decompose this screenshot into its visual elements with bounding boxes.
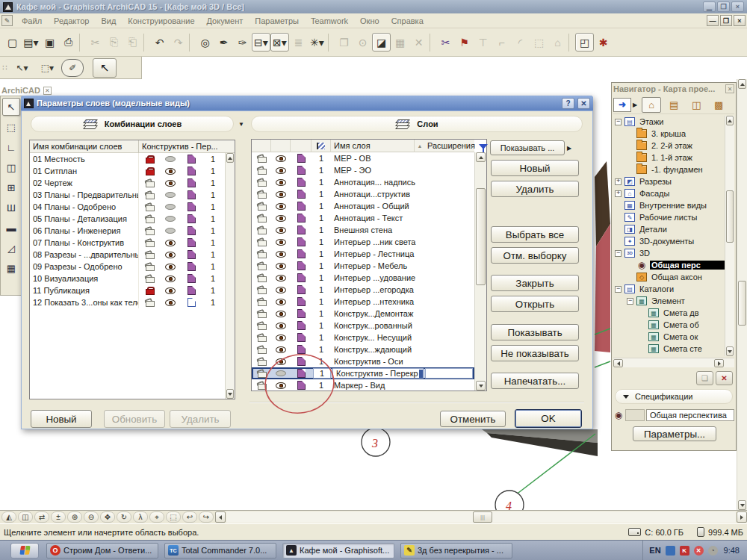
separator[interactable] — [143, 34, 149, 52]
new-viewpoint-icon[interactable]: ❏ — [696, 371, 713, 385]
layer-name[interactable]: Аннотация - Текст — [331, 214, 427, 223]
tree-item[interactable]: -1. фундамен — [613, 164, 725, 175]
lock-icon[interactable] — [258, 250, 266, 258]
layer-row[interactable]: 1 Аннотаци...структив — [252, 188, 474, 200]
layer-name[interactable]: Аннотаци...структив — [331, 190, 427, 199]
layer-row[interactable]: 1 МЕР - ЭО — [252, 164, 474, 176]
tree-expander-icon[interactable] — [627, 298, 633, 305]
fillet-icon[interactable]: ◜ — [511, 33, 530, 52]
tree-item[interactable]: Фасады — [613, 187, 725, 199]
language-indicator[interactable]: EN — [649, 546, 660, 555]
lock-icon[interactable] — [258, 178, 266, 187]
layer-row[interactable]: 1 МЕР - ОВ — [252, 152, 474, 164]
tree-expander-icon[interactable] — [615, 178, 622, 185]
eye-icon[interactable] — [276, 370, 286, 376]
taskbar-task[interactable]: Строим Дом - Ответи... — [46, 543, 158, 559]
separator[interactable] — [79, 34, 84, 52]
tree-item[interactable]: Разрезы — [613, 175, 725, 187]
toolbox-close-icon[interactable]: ✕ — [43, 87, 52, 95]
3d-view-canvas[interactable]: 3 4 ArchiCAD ✕ ↖⬚∟◫⊞Ш▬◿▦ Параметры слоев… — [0, 79, 747, 510]
view-vscrollbar[interactable] — [737, 79, 747, 510]
rotate-icon[interactable]: ⊙ — [353, 33, 372, 52]
layer-row[interactable]: 1 Маркер - Вид — [252, 379, 474, 391]
layer-name[interactable]: Конструк...рованный — [331, 321, 427, 330]
tree-expander-icon[interactable] — [615, 119, 622, 125]
tree-item-label[interactable]: Смета сте — [662, 344, 704, 353]
layer-name[interactable]: Аннотация... надпись — [331, 178, 427, 187]
navigator-hscrollbar[interactable] — [613, 358, 734, 367]
lock-icon[interactable] — [258, 358, 266, 366]
pen-column-header[interactable] — [311, 140, 331, 152]
tree-item-label[interactable]: Элемент — [650, 296, 686, 305]
3d-nav-icon[interactable]: ◭ — [1, 511, 16, 523]
project-map-icon[interactable]: ⌂ — [642, 97, 661, 113]
lock-icon[interactable] — [146, 203, 154, 211]
layer-sheet-icon[interactable] — [297, 225, 306, 234]
save-icon[interactable]: ▣ — [40, 33, 59, 52]
tree-item-label[interactable]: Этажи — [638, 117, 665, 126]
layer-name[interactable]: Конструктив - Оси — [331, 357, 427, 366]
zoom-in-icon[interactable]: ⊕ — [67, 511, 82, 523]
tree-item[interactable]: Смета дв — [613, 307, 725, 319]
lock-icon[interactable] — [146, 227, 154, 235]
lock-icon[interactable] — [258, 226, 266, 234]
mdi-minimize-icon[interactable]: — — [707, 15, 719, 26]
tray-alert-icon[interactable]: ✕ — [694, 546, 704, 556]
layer-name[interactable]: Интерьер ...нтехника — [331, 297, 427, 306]
column-status-header[interactable]: Конструктив - Пер... — [139, 140, 235, 153]
lock-icon[interactable] — [146, 239, 154, 247]
tree-item[interactable]: 3. крыша — [613, 128, 725, 140]
tree-item-label[interactable]: 1. 1-й этаж — [650, 153, 694, 162]
lock-icon[interactable] — [146, 191, 154, 199]
layer-name[interactable]: Маркер - Вид — [331, 381, 427, 390]
taskbar-task[interactable]: Кафе мой - Graphisoft... — [282, 543, 394, 559]
hscroll-thumb[interactable]: ||| — [473, 511, 492, 523]
lock-icon[interactable] — [258, 238, 266, 246]
eye-icon[interactable] — [165, 264, 176, 270]
layer-new-button[interactable]: Новый — [491, 160, 579, 176]
swap-window-icon[interactable]: ⇄ — [34, 511, 49, 523]
eraser-icon[interactable]: ✐ — [61, 59, 84, 77]
lock-icon[interactable] — [146, 299, 154, 307]
lock-icon[interactable] — [258, 286, 266, 294]
layer-sheet-icon[interactable] — [297, 190, 306, 199]
intersect-icon[interactable]: ⊤ — [474, 33, 492, 52]
pickup-parameters-icon[interactable]: ✒ — [214, 33, 233, 52]
paste-icon[interactable]: ⎗ — [123, 33, 142, 52]
layer-name[interactable]: Интерьер ...егородка — [331, 285, 427, 294]
eye-icon[interactable] — [276, 287, 286, 293]
navigator-titlebar[interactable]: Навигатор - Карта прое... ✕ — [613, 84, 734, 94]
lock-icon[interactable] — [258, 382, 266, 390]
menu-item[interactable]: Параметры — [249, 15, 305, 27]
viewpoint-id-field[interactable] — [625, 409, 645, 421]
previous-view-icon[interactable]: ↩ — [182, 511, 197, 523]
start-button[interactable] — [10, 543, 39, 559]
layer-sheet-icon[interactable] — [187, 202, 196, 211]
window-tool[interactable]: ⊞ — [2, 178, 20, 196]
layer-sheet-icon[interactable] — [187, 178, 196, 187]
layer-sheet-icon[interactable] — [187, 286, 196, 295]
navigator-close-icon[interactable]: ✕ — [725, 84, 734, 93]
layer-sheet-icon[interactable] — [297, 237, 306, 246]
layer-row[interactable]: 1 Интерьер ...ник света — [252, 236, 474, 248]
layer-row[interactable]: 1 Аннотация... надпись — [252, 176, 474, 188]
layer-name[interactable]: Интерьер ...удование — [331, 273, 427, 282]
combination-row[interactable]: 05 Планы - Детализация 1 — [30, 213, 225, 225]
select-all-button[interactable]: Выбрать все — [491, 226, 579, 243]
layer-sheet-icon[interactable] — [297, 214, 306, 223]
layer-sheet-icon[interactable] — [187, 155, 196, 164]
eye-icon[interactable] — [165, 168, 176, 175]
tree-item[interactable]: Смета ок — [613, 331, 725, 343]
new-document-icon[interactable]: ▢ — [3, 33, 22, 52]
cut-icon[interactable]: ✂ — [86, 33, 105, 52]
layer-sheet-icon[interactable] — [187, 190, 196, 199]
sheet-column-header[interactable] — [291, 140, 311, 152]
combination-name[interactable]: 02 Чертеж — [30, 177, 139, 189]
lock-icon[interactable] — [258, 346, 266, 354]
inject-parameters-icon[interactable]: ✑ — [233, 33, 252, 52]
layer-row[interactable]: 1 Интерьер - Лестница — [252, 248, 474, 260]
lock-icon[interactable] — [146, 155, 154, 164]
layer-sheet-icon[interactable] — [297, 273, 306, 282]
document-menu-icon[interactable]: ✎ — [1, 15, 13, 26]
combination-row[interactable]: 07 Планы - Конструктив 1 — [30, 237, 225, 249]
